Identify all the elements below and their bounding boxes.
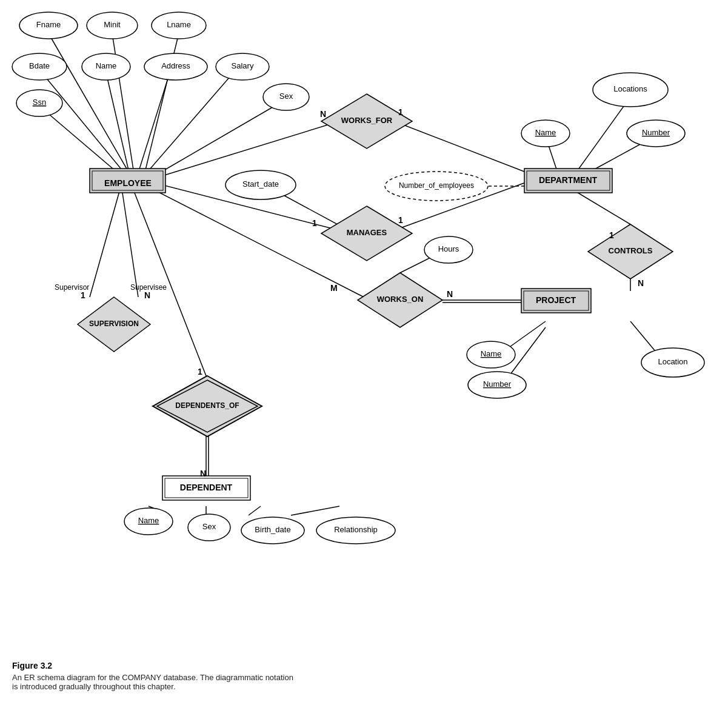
works-for-label: WORKS_FOR xyxy=(341,116,393,125)
svg-line-35 xyxy=(291,506,339,515)
start-date-attr: Start_date xyxy=(242,179,279,189)
address-attr: Address xyxy=(161,61,190,70)
hours-attr: Hours xyxy=(438,244,459,253)
dep-sex-attr: Sex xyxy=(202,522,216,531)
dependents-of-1: 1 xyxy=(198,367,202,376)
caption-line2: is introduced gradually throughout this … xyxy=(12,682,716,691)
lname-attr: Lname xyxy=(167,20,191,29)
svg-line-11 xyxy=(576,97,630,173)
relationship-attr: Relationship xyxy=(334,525,378,534)
num-employees-attr: Number_of_employees xyxy=(399,181,474,190)
ssn-attr: Ssn xyxy=(33,98,46,107)
controls-n: N xyxy=(638,278,644,288)
manages-label: MANAGES xyxy=(347,228,387,237)
figure-caption: Figure 3.2 An ER schema diagram for the … xyxy=(0,655,728,702)
project-entity-label: PROJECT xyxy=(536,295,576,305)
svg-line-23 xyxy=(570,188,630,224)
bdate-attr: Bdate xyxy=(29,61,50,70)
supervisor-label: Supervisor xyxy=(55,283,89,292)
svg-line-29 xyxy=(132,187,206,376)
salary-attr: Salary xyxy=(232,61,254,70)
dept-number-attr: Number xyxy=(642,128,670,137)
works-on-m: M xyxy=(330,283,338,293)
controls-1: 1 xyxy=(609,230,614,240)
birth-date-attr: Birth_date xyxy=(255,525,290,534)
supervision-1: 1 xyxy=(81,290,85,300)
caption-line1: An ER schema diagram for the COMPANY dat… xyxy=(12,673,716,682)
svg-line-9 xyxy=(162,121,339,176)
svg-line-34 xyxy=(249,506,261,515)
supervision-label: SUPERVISION xyxy=(89,319,139,328)
supervisee-label: Supervisee xyxy=(130,283,167,292)
svg-line-5 xyxy=(138,73,170,173)
controls-label: CONTROLS xyxy=(609,246,653,255)
minit-attr: Minit xyxy=(104,20,121,29)
dependents-of-n: N xyxy=(200,469,206,478)
svg-line-8 xyxy=(158,100,285,174)
department-entity-label: DEPARTMENT xyxy=(539,175,598,185)
manages-1a: 1 xyxy=(312,218,317,228)
er-diagram: EMPLOYEE DEPARTMENT PROJECT DEPENDENT WO… xyxy=(0,0,728,655)
svg-line-7 xyxy=(39,106,121,176)
works-on-label: WORKS_ON xyxy=(377,295,424,304)
proj-name-attr: Name xyxy=(481,349,502,358)
svg-line-10 xyxy=(394,121,527,173)
dependents-of-label: DEPENDENTS_OF xyxy=(175,401,239,410)
name-emp-attr: Name xyxy=(96,61,117,70)
locations-attr: Locations xyxy=(613,84,647,93)
proj-number-attr: Number xyxy=(483,379,512,389)
svg-line-3 xyxy=(39,70,124,173)
works-on-n: N xyxy=(447,289,453,299)
svg-line-28 xyxy=(90,185,121,297)
works-for-1: 1 xyxy=(398,107,403,117)
dependent-entity-label: DEPENDENT xyxy=(180,483,233,492)
works-for-n: N xyxy=(320,109,326,119)
supervision-n: N xyxy=(144,290,150,300)
location-attr: Location xyxy=(658,357,687,366)
dep-name-attr: Name xyxy=(138,516,159,525)
employee-entity-label: EMPLOYEE xyxy=(104,178,152,188)
dept-name-attr: Name xyxy=(535,128,556,137)
sex-emp-attr: Sex xyxy=(279,92,293,101)
svg-line-18 xyxy=(150,188,364,297)
manages-1b: 1 xyxy=(398,215,403,225)
figure-title: Figure 3.2 xyxy=(12,661,716,670)
svg-line-27 xyxy=(121,185,138,297)
fname-attr: Fname xyxy=(36,20,61,29)
